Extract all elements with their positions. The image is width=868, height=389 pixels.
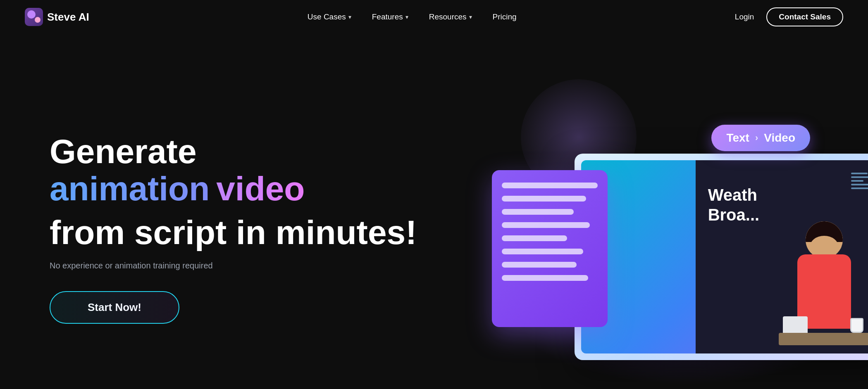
audio-wave bbox=[851, 184, 868, 185]
chevron-down-icon: ▾ bbox=[469, 14, 472, 20]
chevron-down-icon: ▾ bbox=[405, 14, 408, 20]
avatar-desk bbox=[779, 333, 868, 345]
mug-prop bbox=[850, 318, 863, 333]
audio-waves bbox=[851, 173, 868, 189]
nav-item-pricing[interactable]: Pricing bbox=[493, 12, 517, 21]
video-panel: WeathBroa... bbox=[696, 160, 868, 353]
logo-icon bbox=[25, 8, 43, 26]
script-line bbox=[502, 222, 590, 228]
script-line bbox=[502, 183, 598, 188]
login-button[interactable]: Login bbox=[735, 12, 754, 21]
script-line bbox=[502, 249, 583, 254]
audio-wave bbox=[851, 173, 868, 174]
text-video-pill: Text › Video bbox=[711, 125, 810, 151]
pill-video-label: Video bbox=[764, 131, 795, 145]
nav-links: Use Cases ▾ Features ▾ Resources ▾ Prici… bbox=[308, 12, 517, 21]
audio-wave bbox=[851, 176, 868, 178]
script-line bbox=[502, 235, 567, 241]
laptop-prop bbox=[783, 316, 808, 333]
hero-title-rest: from script in minutes! bbox=[50, 214, 417, 251]
pill-text-label: Text bbox=[726, 131, 749, 145]
start-now-button[interactable]: Start Now! bbox=[50, 291, 179, 324]
arrow-icon: › bbox=[755, 133, 758, 143]
nav-item-features[interactable]: Features ▾ bbox=[372, 12, 408, 21]
nav-actions: Login Contact Sales bbox=[735, 7, 843, 26]
logo-text: Steve AI bbox=[47, 11, 89, 24]
script-line bbox=[502, 262, 577, 268]
script-line bbox=[502, 196, 586, 202]
navbar: Steve AI Use Cases ▾ Features ▾ Resource… bbox=[0, 0, 868, 34]
logo-area[interactable]: Steve AI bbox=[25, 8, 89, 26]
hero-title-line1: Generate bbox=[50, 133, 422, 170]
contact-sales-button[interactable]: Contact Sales bbox=[766, 7, 843, 26]
hero-title-line2: animation video from script in minutes! bbox=[50, 170, 422, 251]
avatar-head bbox=[806, 221, 843, 259]
video-title: WeathBroa... bbox=[708, 185, 759, 225]
audio-wave bbox=[851, 187, 868, 189]
script-line bbox=[502, 209, 574, 215]
hero-subtitle: No experience or animation training requ… bbox=[50, 261, 422, 270]
monitor-card: WeathBroa... bbox=[575, 154, 868, 360]
script-card bbox=[492, 170, 608, 327]
nav-item-use-cases[interactable]: Use Cases ▾ bbox=[308, 12, 351, 21]
hero-word-video: video bbox=[216, 170, 305, 207]
chevron-down-icon: ▾ bbox=[348, 14, 351, 20]
audio-wave bbox=[851, 180, 863, 182]
hero-word-animation: animation bbox=[50, 170, 210, 207]
hero-text: Generate animation video from script in … bbox=[50, 133, 422, 324]
script-line bbox=[502, 275, 588, 281]
visual-area: Text › Video WeathBroa... bbox=[438, 55, 868, 389]
nav-item-resources[interactable]: Resources ▾ bbox=[429, 12, 472, 21]
main-content: Generate animation video from script in … bbox=[0, 34, 868, 389]
monitor-inner: WeathBroa... bbox=[581, 160, 868, 353]
avatar-figure bbox=[779, 213, 868, 353]
